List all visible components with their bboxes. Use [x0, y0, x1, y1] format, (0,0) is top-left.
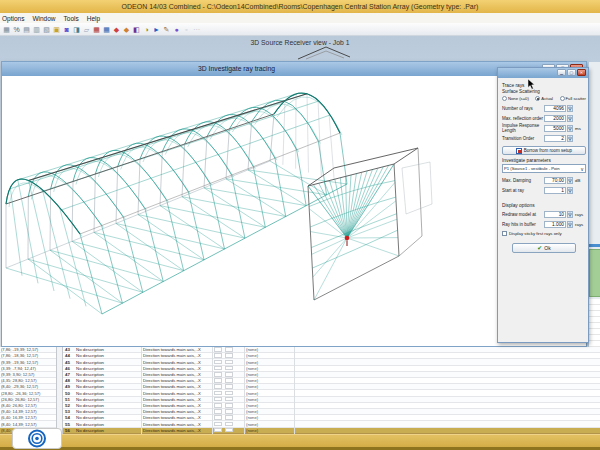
- row-cell: [225, 347, 233, 352]
- ok-button[interactable]: ✔ Ok: [512, 243, 576, 253]
- radio-none[interactable]: None (s=0): [502, 96, 529, 101]
- toolbar-grid-icon[interactable]: ▦: [2, 25, 11, 34]
- row-description: No description: [76, 397, 104, 403]
- row-direction: Direction towards main axis, -X: [143, 360, 201, 366]
- row-cell: [214, 397, 222, 402]
- toolbar-pen-icon[interactable]: ✎: [162, 25, 171, 34]
- toolbar-hatch-icon[interactable]: ▧: [42, 25, 51, 34]
- number-of-rays-input[interactable]: 4096: [544, 105, 566, 112]
- receiver-coordinates: (9,40; 14,39; 12,57): [1, 409, 55, 415]
- max-reflection-order-input[interactable]: 2000: [544, 115, 566, 122]
- start-at-ray-field: Start at ray 1 ▲▼: [502, 185, 586, 195]
- receiver-coordinates: (7,86; -19,39; 12,57): [1, 347, 55, 353]
- screen: ODEON 14/03 Combined - C:\Odeon14Combine…: [0, 0, 600, 450]
- row-direction: Direction towards main axis, -X: [143, 415, 201, 421]
- radio-full-scatter[interactable]: Full scatter: [560, 96, 586, 101]
- row-number: 47: [65, 372, 70, 378]
- toolbar-violet-dot-icon[interactable]: ●: [172, 25, 181, 34]
- toolbar-folder-icon[interactable]: ▣: [52, 25, 61, 34]
- impulse-response-length-spinner[interactable]: ▲▼: [567, 125, 573, 132]
- toolbar-rows-icon[interactable]: ▤: [22, 25, 31, 34]
- max-damping-input[interactable]: 70,00: [544, 177, 566, 184]
- row-cell: [225, 353, 233, 358]
- toolbar-more-icon[interactable]: ⋯: [192, 25, 201, 34]
- receiver-coordinates: (6,40; 16,39; 12,57): [1, 415, 55, 421]
- menu-item-tools[interactable]: Tools: [64, 15, 79, 22]
- row-extra: (none): [246, 360, 258, 366]
- max-damping-field: Max. Damping 70,00 ▲▼ dB: [502, 175, 586, 185]
- row-description: No description: [76, 360, 104, 366]
- row-extra: (none): [246, 422, 258, 428]
- borrow-room-setup-button[interactable]: Borrow from room setup: [502, 146, 586, 155]
- max-reflection-order-field: Max. reflection order 2000 ▲▼: [502, 113, 586, 123]
- row-extra: (none): [246, 397, 258, 403]
- toolbar-red-grid-icon[interactable]: ▦: [92, 25, 101, 34]
- row-cell: [225, 409, 233, 414]
- row-description: No description: [76, 384, 104, 390]
- toolbar-purple-doc-icon[interactable]: ◙: [62, 25, 71, 34]
- odeon-logo-icon[interactable]: [12, 428, 62, 449]
- source-dropdown[interactable]: P1 (Source1 - vestibule - Poin ∨: [502, 164, 586, 173]
- transition-order-input[interactable]: 2: [544, 135, 566, 142]
- transition-order-spinner[interactable]: ▲▼: [567, 135, 573, 142]
- number-of-rays-spinner[interactable]: ▲▼: [567, 105, 573, 112]
- row-description: No description: [76, 372, 104, 378]
- investigate-window-title: 3D Investigate ray tracing: [198, 65, 275, 72]
- row-direction: Direction towards main axis, -X: [143, 409, 201, 415]
- row-cell: [225, 422, 233, 427]
- row-extra: (none): [246, 391, 258, 397]
- row-cell: [214, 378, 222, 383]
- row-description: No description: [76, 378, 104, 384]
- app-titlebar[interactable]: ODEON 14/03 Combined - C:\Odeon14Combine…: [0, 0, 600, 13]
- dialog-close-icon[interactable]: ✕: [577, 69, 586, 76]
- dialog-titlebar[interactable]: ▁ ▢ ✕: [498, 68, 588, 78]
- roof-peak-wireframe: [296, 44, 352, 60]
- redraw-model-input[interactable]: 10: [544, 211, 566, 218]
- row-direction: Direction towards main axis, -X: [143, 403, 201, 409]
- toolbar-small-box-icon[interactable]: ▫: [182, 25, 191, 34]
- start-at-ray-spinner[interactable]: ▲▼: [567, 187, 573, 194]
- dialog-minimize-button[interactable]: ▁: [557, 69, 566, 76]
- row-cell: [225, 360, 233, 365]
- sticky-rays-checkbox[interactable]: [502, 231, 507, 236]
- radio-circle-icon[interactable]: [560, 96, 565, 101]
- toolbar-percent-icon[interactable]: %: [12, 25, 21, 34]
- radio-circle-icon[interactable]: [535, 96, 540, 101]
- start-at-ray-input[interactable]: 1: [544, 187, 566, 194]
- toolbar-orange-diamond-icon[interactable]: ◆: [122, 25, 131, 34]
- row-number: 43: [65, 347, 70, 353]
- toolbar-purple-half-icon[interactable]: ◧: [132, 25, 141, 34]
- row-direction: Direction towards main axis, -X: [143, 391, 201, 397]
- toolbar-blue-grid-icon[interactable]: ▦: [102, 25, 111, 34]
- dialog-maximize-button[interactable]: ▢: [567, 69, 576, 76]
- menu-item-help[interactable]: Help: [87, 15, 100, 22]
- display-options-label: Display options: [502, 203, 586, 208]
- redraw-model-spinner[interactable]: ▲▼: [567, 211, 573, 218]
- ray-hits-buffer-spinner[interactable]: ▲▼: [567, 221, 573, 228]
- row-number: 44: [65, 353, 70, 359]
- table-row-56[interactable]: (8,40; 16,39; 12,57)56No descriptionDire…: [0, 428, 600, 434]
- row-description: No description: [76, 409, 104, 415]
- toolbar-columns-icon[interactable]: ▥: [32, 25, 41, 34]
- surface-scattering-radios: None (s=0) Actual Full scatter: [502, 94, 586, 103]
- radio-actual[interactable]: Actual: [535, 96, 553, 101]
- row-cell: [225, 378, 233, 383]
- menu-item-window[interactable]: Window: [32, 15, 55, 22]
- radio-circle-icon[interactable]: [502, 96, 507, 101]
- taskbar[interactable]: [0, 434, 600, 450]
- ray-hits-buffer-field: Ray hits in buffer 1.000 ▲▼ rays: [502, 219, 586, 229]
- row-extra: (none): [246, 384, 258, 390]
- menu-item-options[interactable]: Options: [2, 15, 24, 22]
- ray-hits-buffer-input[interactable]: 1.000: [544, 221, 566, 228]
- row-direction: Direction towards main axis, -X: [143, 347, 201, 353]
- toolbar-red-diamond-icon[interactable]: ◆: [112, 25, 121, 34]
- toolbar-olive-half-icon[interactable]: ◑: [142, 25, 151, 34]
- max-damping-spinner[interactable]: ▲▼: [567, 177, 573, 184]
- impulse-response-length-input[interactable]: 5000: [544, 125, 566, 132]
- toolbar-teal-view-icon[interactable]: ◨: [72, 25, 81, 34]
- max-reflection-order-spinner[interactable]: ▲▼: [567, 115, 573, 122]
- background-window-strip: [588, 62, 600, 347]
- toolbar-outline-icon[interactable]: ▱: [82, 25, 91, 34]
- row-extra: (none): [246, 415, 258, 421]
- toolbar-run-icon[interactable]: ►: [152, 25, 161, 34]
